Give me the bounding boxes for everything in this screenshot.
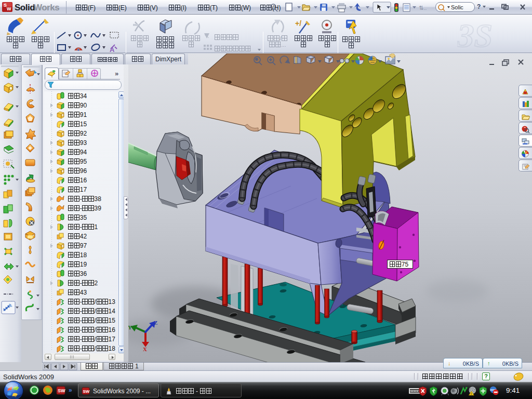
svg-text:Z: Z	[154, 320, 157, 326]
svg-text:Y: Y	[128, 324, 132, 330]
svg-text:Solic: Solic	[451, 4, 463, 10]
svg-text:SW: SW	[83, 389, 90, 394]
svg-text:Works: Works	[34, 3, 59, 12]
svg-text:X: X	[143, 346, 147, 352]
svg-text:ЗS: ЗS	[457, 17, 493, 53]
svg-text:+/: +/	[295, 19, 301, 28]
svg-text:W: W	[7, 6, 11, 11]
svg-text:A: A	[110, 46, 115, 54]
svg-text:Solid: Solid	[15, 3, 35, 12]
svg-text:SW: SW	[58, 388, 65, 393]
svg-text:!: !	[471, 392, 472, 395]
svg-text:»: »	[69, 387, 72, 394]
svg-text:⇅..: ⇅..	[419, 5, 427, 11]
